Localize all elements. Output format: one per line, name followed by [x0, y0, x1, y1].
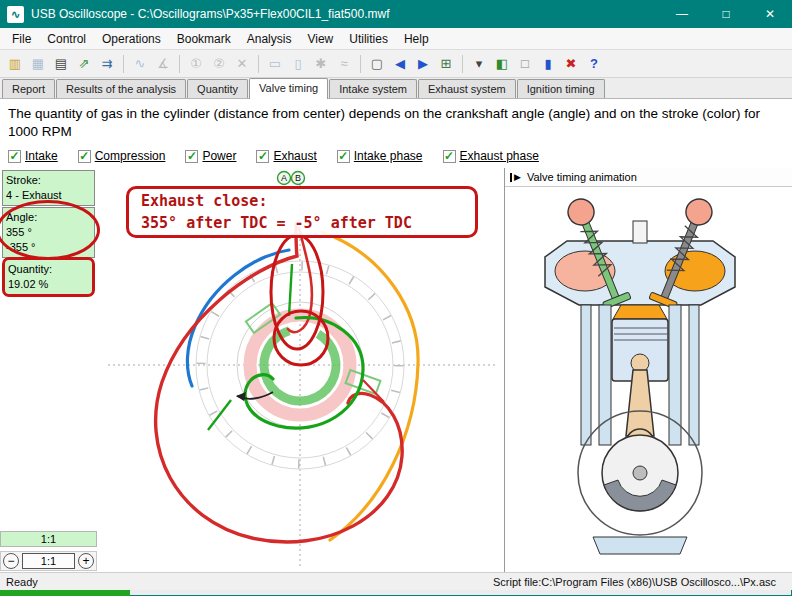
legend-exhaust-phase[interactable]: ✓ Exhaust phase	[443, 149, 539, 163]
tab-strip: Report Results of the analysis Quantity …	[0, 78, 792, 99]
scale-indicator: 1:1	[0, 531, 97, 547]
export-image-icon[interactable]: ⇗	[73, 53, 95, 75]
animation-panel: ▶ Valve timing animation	[504, 168, 792, 572]
tab-exhaust-system[interactable]: Exhaust system	[418, 79, 516, 98]
minimize-button[interactable]: —	[660, 0, 704, 28]
stroke-value: 4 - Exhaust	[6, 188, 91, 203]
menu-bar: File Control Operations Bookmark Analysi…	[0, 28, 792, 50]
intake-valve-cap	[564, 195, 598, 229]
legend-label-exhaust-phase[interactable]: Exhaust phase	[460, 149, 539, 163]
legend-label-compression[interactable]: Compression	[95, 149, 166, 163]
status-ready: Ready	[0, 576, 493, 588]
zoom-in-button[interactable]: +	[78, 553, 94, 569]
tab-quantity[interactable]: Quantity	[187, 79, 248, 98]
close-script-icon[interactable]: ✖	[560, 53, 582, 75]
crank-journal	[633, 466, 647, 480]
blank-page-icon[interactable]: □	[514, 53, 536, 75]
legend-label-intake-phase[interactable]: Intake phase	[354, 149, 423, 163]
menu-bookmark[interactable]: Bookmark	[169, 30, 239, 48]
checkbox-power[interactable]: ✓	[185, 150, 198, 163]
checkbox-compression[interactable]: ✓	[78, 150, 91, 163]
legend-power[interactable]: ✓ Power	[185, 149, 236, 163]
run-icon[interactable]: ▶	[412, 53, 434, 75]
marker-a[interactable]: A	[278, 172, 291, 185]
scope-screen-icon[interactable]: ▭	[264, 53, 286, 75]
toolbar-separator	[360, 55, 361, 73]
copy-report-icon[interactable]: ⇉	[96, 53, 118, 75]
generator-icon[interactable]: ≈	[333, 53, 355, 75]
zoom-out-button[interactable]: −	[3, 553, 19, 569]
stroke-label: Stroke:	[6, 173, 91, 188]
cylinder-wall-outer-left	[581, 305, 591, 445]
app-icon: ∿	[7, 6, 24, 23]
toolbar: ▥ ▦ ▤ ⇗ ⇉ ∿ ∡ ① ② ✕ ▭ ▯ ✱ ≈ ▢ ◀ ▶ ⊞ ▾ ◧ …	[0, 50, 792, 78]
data-grid-icon[interactable]: ⊞	[435, 53, 457, 75]
legend-label-power[interactable]: Power	[202, 149, 236, 163]
script-dropdown-icon[interactable]: ▾	[468, 53, 490, 75]
tab-valve-timing[interactable]: Valve timing	[249, 78, 328, 99]
exhaust-close-marker-line	[289, 264, 292, 316]
legend-compression[interactable]: ✓ Compression	[78, 149, 166, 163]
analysis-chart-icon[interactable]: ◧	[491, 53, 513, 75]
clear-markers-icon[interactable]: ✕	[231, 53, 253, 75]
valve-timing-chart-area: A B Exhaust close: 355° after TDC = -5° …	[100, 168, 503, 572]
status-bar: Ready Script file:C:\Program Files (x86)…	[0, 572, 792, 590]
title-bar: ∿ USB Oscilloscope - C:\Oscillograms\Px3…	[0, 0, 792, 28]
menu-view[interactable]: View	[299, 30, 341, 48]
waveform-view-icon[interactable]: ∿	[129, 53, 151, 75]
checkbox-intake-phase[interactable]: ✓	[337, 150, 350, 163]
exhaust-valve-cap	[682, 195, 716, 229]
menu-utilities[interactable]: Utilities	[341, 30, 396, 48]
help-icon[interactable]: ?	[583, 53, 605, 75]
marker-1-icon[interactable]: ①	[185, 53, 207, 75]
new-report-icon[interactable]: ▢	[366, 53, 388, 75]
menu-operations[interactable]: Operations	[94, 30, 169, 48]
tab-ignition-timing[interactable]: Ignition timing	[517, 79, 605, 98]
zoom-reset-button[interactable]: 1:1	[22, 553, 75, 569]
marker-b[interactable]: B	[292, 172, 305, 185]
marker-2-icon[interactable]: ②	[208, 53, 230, 75]
measure-icon[interactable]: ∡	[152, 53, 174, 75]
toolbar-separator	[179, 55, 180, 73]
menu-help[interactable]: Help	[396, 30, 437, 48]
zoom-controls: − 1:1 +	[0, 551, 97, 571]
marker-b-letter: B	[295, 173, 301, 183]
legend-intake[interactable]: ✓ Intake	[8, 149, 58, 163]
legend-intake-phase[interactable]: ✓ Intake phase	[337, 149, 423, 163]
menu-analysis[interactable]: Analysis	[239, 30, 300, 48]
step-back-icon[interactable]: ◀	[389, 53, 411, 75]
checkbox-intake[interactable]: ✓	[8, 150, 21, 163]
legend-label-exhaust[interactable]: Exhaust	[273, 149, 316, 163]
menu-control[interactable]: Control	[39, 30, 94, 48]
combustion-chamber	[613, 305, 667, 319]
checkbox-exhaust[interactable]: ✓	[256, 150, 269, 163]
checkbox-exhaust-phase[interactable]: ✓	[443, 150, 456, 163]
stroke-legend: ✓ Intake ✓ Compression ✓ Power ✓ Exhaust…	[8, 149, 539, 163]
close-button[interactable]: ✕	[748, 0, 792, 28]
content-area: The quantity of gas in the cylinder (dis…	[0, 99, 792, 572]
animation-header: ▶ Valve timing animation	[505, 168, 792, 187]
legend-label-intake[interactable]: Intake	[25, 149, 58, 163]
tab-intake-system[interactable]: Intake system	[329, 79, 417, 98]
callout-line-1: Exhaust close:	[141, 191, 475, 213]
oil-pan	[593, 537, 687, 554]
save-file-icon[interactable]: ▦	[27, 53, 49, 75]
tab-results[interactable]: Results of the analysis	[56, 79, 186, 98]
open-file-icon[interactable]: ▥	[4, 53, 26, 75]
marker-a-letter: A	[281, 173, 287, 183]
menu-file[interactable]: File	[4, 30, 39, 48]
toolbar-separator	[258, 55, 259, 73]
cylinder-wall-outer-right	[689, 305, 699, 445]
spark-plug	[633, 221, 647, 243]
animation-flag-icon: ▶	[510, 173, 521, 182]
angle-value-1: 355 °	[6, 225, 91, 240]
quantity-label: Quantity:	[8, 262, 89, 277]
angle-readout: Angle: 355 ° -355 °	[2, 207, 95, 258]
tab-report[interactable]: Report	[2, 79, 55, 98]
legend-exhaust[interactable]: ✓ Exhaust	[256, 149, 316, 163]
scope-dual-icon[interactable]: ▯	[287, 53, 309, 75]
maximize-button[interactable]: □	[704, 0, 748, 28]
print-icon[interactable]: ▤	[50, 53, 72, 75]
scope-settings-icon[interactable]: ✱	[310, 53, 332, 75]
side-panel-icon[interactable]: ▮	[537, 53, 559, 75]
